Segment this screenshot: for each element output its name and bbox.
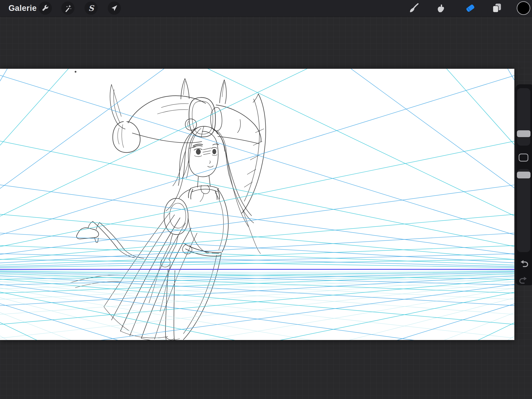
sliders-sidebar <box>515 84 532 285</box>
erase-tool-button[interactable] <box>464 2 476 14</box>
wrench-icon <box>41 4 49 12</box>
gallery-button[interactable]: Galerie <box>8 0 37 16</box>
smudge-icon <box>435 3 446 14</box>
brush-icon <box>408 3 419 14</box>
layers-button[interactable] <box>491 2 503 14</box>
opacity-handle[interactable] <box>517 172 531 178</box>
drawing-canvas[interactable] <box>0 69 514 340</box>
modify-button[interactable] <box>519 154 528 162</box>
smudge-tool-button[interactable] <box>435 2 447 14</box>
paint-tool-button[interactable] <box>408 2 420 14</box>
perspective-guide-overlay <box>0 69 514 340</box>
current-color-button[interactable] <box>517 1 530 15</box>
brush-size-handle[interactable] <box>517 130 531 137</box>
adjustments-button[interactable] <box>61 1 75 15</box>
procreate-window: Galerie S <box>0 0 532 399</box>
transform-button[interactable] <box>108 1 121 15</box>
magic-wand-icon <box>64 4 72 12</box>
layers-icon <box>491 3 502 14</box>
redo-button[interactable] <box>519 275 529 285</box>
opacity-slider[interactable] <box>517 169 530 252</box>
eraser-icon <box>464 2 476 14</box>
actions-button[interactable] <box>39 1 52 15</box>
selection-button[interactable]: S <box>84 1 98 15</box>
top-toolbar: Galerie S <box>0 0 532 17</box>
transform-arrow-icon <box>110 4 118 12</box>
selection-s-icon: S <box>88 4 94 12</box>
undo-button[interactable] <box>519 258 529 268</box>
